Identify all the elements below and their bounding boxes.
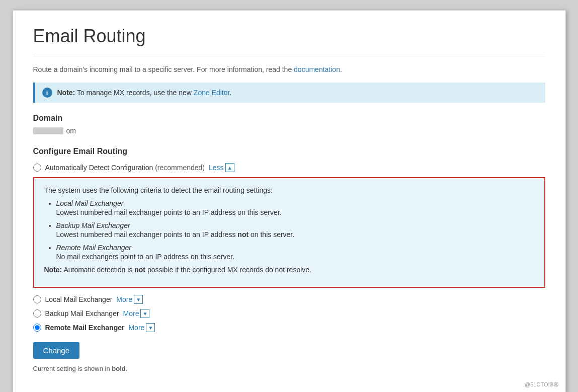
backup-exchanger-row: Backup Mail Exchanger More ▼ bbox=[33, 309, 545, 318]
list-item-backup: Backup Mail Exchanger Lowest numbered ma… bbox=[56, 221, 534, 239]
intro-paragraph: Route a domain's incoming mail to a spec… bbox=[33, 65, 545, 73]
auto-detect-row: Automatically Detect Configuration (reco… bbox=[33, 163, 545, 172]
remote-more-arrow-icon: ▼ bbox=[146, 323, 155, 332]
auto-detect-radio[interactable] bbox=[33, 164, 41, 172]
domain-blur bbox=[33, 127, 63, 134]
remote-exchanger-label: Remote Mail Exchanger bbox=[45, 324, 125, 332]
watermark: @51CTO博客 bbox=[525, 381, 559, 388]
local-more-arrow-icon: ▼ bbox=[134, 295, 143, 304]
backup-exchanger-label: Backup Mail Exchanger bbox=[45, 309, 119, 318]
configure-label: Configure Email Routing bbox=[33, 147, 545, 156]
auto-detect-toggle[interactable]: Less ▲ bbox=[209, 163, 234, 172]
list-item-remote: Remote Mail Exchanger No mail exchangers… bbox=[56, 244, 534, 261]
zone-editor-link[interactable]: Zone Editor bbox=[194, 89, 230, 97]
backup-more-toggle[interactable]: More ▼ bbox=[123, 309, 150, 318]
expand-intro: The system uses the following criteria t… bbox=[44, 186, 534, 194]
remote-exchanger-row: Remote Mail Exchanger More ▼ bbox=[33, 323, 545, 332]
info-icon: i bbox=[42, 88, 52, 98]
page-title: Email Routing bbox=[33, 26, 545, 56]
remote-more-toggle[interactable]: More ▼ bbox=[128, 323, 155, 332]
domain-suffix: om bbox=[66, 127, 76, 135]
change-button[interactable]: Change bbox=[33, 342, 80, 359]
local-exchanger-radio[interactable] bbox=[33, 295, 41, 303]
expand-list: Local Mail Exchanger Lowest numbered mai… bbox=[56, 199, 534, 261]
local-exchanger-title: Local Mail Exchanger bbox=[56, 199, 534, 207]
remote-exchanger-title: Remote Mail Exchanger bbox=[56, 244, 534, 252]
list-item-local: Local Mail Exchanger Lowest numbered mai… bbox=[56, 199, 534, 216]
less-arrow-icon: ▲ bbox=[225, 163, 234, 172]
backup-exchanger-radio[interactable] bbox=[33, 309, 41, 318]
local-more-toggle[interactable]: More ▼ bbox=[116, 295, 143, 304]
domain-value: om bbox=[33, 127, 545, 135]
main-window: Email Routing Route a domain's incoming … bbox=[13, 10, 566, 392]
auto-detect-expand-panel: The system uses the following criteria t… bbox=[33, 177, 545, 288]
local-exchanger-label: Local Mail Exchanger bbox=[45, 295, 113, 303]
documentation-link[interactable]: documentation bbox=[294, 65, 340, 73]
current-setting-note: Current setting is shown in bold. bbox=[33, 365, 545, 372]
expand-note: Note: Automatic detection is not possibl… bbox=[44, 266, 534, 274]
backup-more-arrow-icon: ▼ bbox=[140, 309, 149, 318]
auto-detect-label: Automatically Detect Configuration (reco… bbox=[45, 164, 205, 172]
local-exchanger-row: Local Mail Exchanger More ▼ bbox=[33, 295, 545, 304]
domain-label: Domain bbox=[33, 114, 545, 123]
remote-exchanger-radio[interactable] bbox=[33, 324, 41, 332]
info-banner: i Note: To manage MX records, use the ne… bbox=[33, 83, 545, 103]
backup-exchanger-title: Backup Mail Exchanger bbox=[56, 221, 534, 229]
